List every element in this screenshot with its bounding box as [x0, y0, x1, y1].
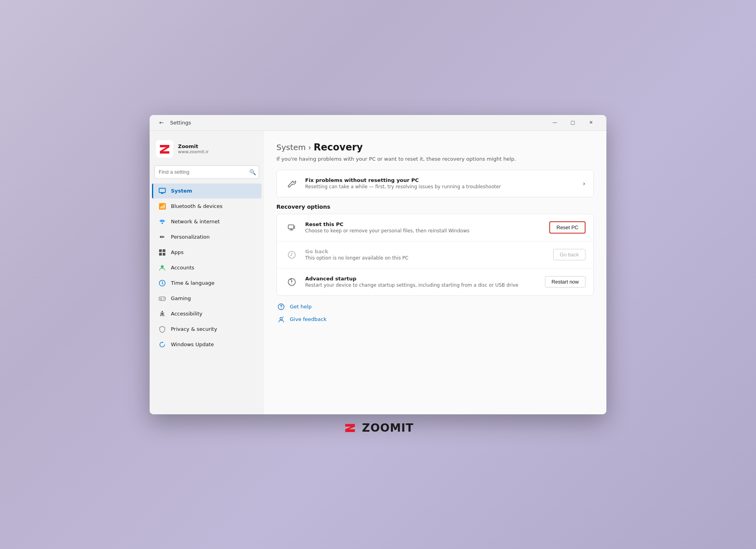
- sidebar-item-personalization[interactable]: ✏️ Personalization: [152, 230, 261, 245]
- breadcrumb: System › Recovery: [276, 142, 594, 153]
- get-help-row[interactable]: Get help: [276, 300, 594, 313]
- svg-rect-2: [159, 188, 165, 193]
- give-feedback-link[interactable]: Give feedback: [290, 316, 326, 322]
- advanced-startup-icon: [285, 275, 299, 289]
- svg-rect-16: [288, 225, 294, 229]
- advanced-startup-row: Advanced startup Restart your device to …: [277, 268, 593, 295]
- svg-rect-6: [159, 249, 162, 252]
- svg-rect-3: [161, 193, 163, 194]
- get-help-icon: [276, 302, 286, 312]
- search-box: 🔍: [154, 165, 259, 179]
- fix-problems-desc: Resetting can take a while — first, try …: [305, 184, 576, 189]
- sidebar-item-network[interactable]: Network & internet: [152, 214, 261, 229]
- svg-point-14: [164, 298, 165, 299]
- recovery-options-label: Recovery options: [276, 204, 594, 210]
- go-back-title: Go back: [305, 249, 547, 254]
- fix-problems-row[interactable]: Fix problems without resetting your PC R…: [277, 170, 593, 197]
- sidebar-item-label-system: System: [171, 188, 192, 194]
- sidebar-item-label-accessibility: Accessibility: [171, 311, 202, 317]
- svg-point-5: [161, 223, 163, 224]
- links-section: Get help Give feedback: [276, 300, 594, 326]
- sidebar-item-update[interactable]: Windows Update: [152, 337, 261, 352]
- svg-point-19: [291, 283, 292, 284]
- go-back-button[interactable]: Go back: [553, 249, 586, 260]
- reset-pc-button[interactable]: Reset PC: [549, 221, 586, 234]
- sidebar-item-accounts[interactable]: Accounts: [152, 260, 261, 275]
- svg-rect-7: [163, 249, 165, 252]
- svg-point-13: [163, 299, 164, 299]
- svg-rect-9: [163, 253, 165, 256]
- sidebar-item-label-gaming: Gaming: [171, 295, 191, 301]
- reset-pc-row: Reset this PC Choose to keep or remove y…: [277, 214, 593, 241]
- main-content: System › Recovery If you're having probl…: [264, 131, 606, 414]
- fix-problems-chevron: ›: [583, 179, 586, 187]
- svg-point-21: [281, 308, 282, 309]
- page-description: If you're having problems with your PC o…: [276, 156, 594, 162]
- svg-point-15: [162, 311, 163, 312]
- reset-pc-title: Reset this PC: [305, 221, 543, 227]
- sidebar-item-time[interactable]: Time & language: [152, 276, 261, 291]
- profile-info: Zoomit www.zoomit.ir: [178, 143, 209, 154]
- sidebar-item-system[interactable]: System: [152, 184, 261, 198]
- maximize-button[interactable]: □: [564, 116, 582, 129]
- svg-rect-4: [160, 193, 164, 193]
- reset-pc-icon: [285, 221, 299, 235]
- sidebar-item-label-personalization: Personalization: [171, 234, 210, 240]
- apps-icon: [158, 249, 166, 256]
- sidebar-item-privacy[interactable]: Privacy & security: [152, 322, 261, 337]
- advanced-startup-text: Advanced startup Restart your device to …: [305, 276, 539, 288]
- fix-problems-title: Fix problems without resetting your PC: [305, 177, 576, 183]
- svg-marker-23: [345, 424, 355, 432]
- sidebar-item-label-accounts: Accounts: [171, 265, 194, 271]
- sidebar-item-label-time: Time & language: [171, 280, 215, 286]
- sidebar-item-gaming[interactable]: Gaming: [152, 291, 261, 306]
- profile-name: Zoomit: [178, 143, 209, 149]
- sidebar-item-apps[interactable]: Apps: [152, 245, 261, 260]
- breadcrumb-parent: System: [276, 143, 306, 152]
- personalization-icon: ✏️: [158, 233, 166, 241]
- advanced-startup-title: Advanced startup: [305, 276, 539, 282]
- svg-rect-8: [159, 253, 162, 256]
- give-feedback-row[interactable]: Give feedback: [276, 313, 594, 326]
- back-button[interactable]: ←: [156, 117, 167, 128]
- sidebar: Zoomit www.zoomit.ir 🔍 System 📶: [150, 131, 264, 414]
- breadcrumb-separator: ›: [308, 143, 311, 152]
- sidebar-item-accessibility[interactable]: Accessibility: [152, 306, 261, 321]
- privacy-icon: [158, 325, 166, 333]
- sidebar-nav: System 📶 Bluetooth & devices Network & i…: [150, 184, 264, 352]
- svg-point-22: [280, 317, 282, 320]
- go-back-text: Go back This option is no longer availab…: [305, 249, 547, 261]
- sidebar-item-label-update: Windows Update: [171, 341, 214, 347]
- get-help-link[interactable]: Get help: [290, 304, 311, 310]
- recovery-options-card: Reset this PC Choose to keep or remove y…: [276, 214, 594, 296]
- fix-problems-card: Fix problems without resetting your PC R…: [276, 170, 594, 197]
- go-back-desc: This option is no longer available on th…: [305, 255, 547, 261]
- svg-point-10: [161, 265, 164, 268]
- network-icon: [158, 218, 166, 226]
- bottom-brand: ZOOMIT: [342, 421, 413, 434]
- time-icon: [158, 279, 166, 287]
- gaming-icon: [158, 295, 166, 302]
- sidebar-item-label-apps: Apps: [171, 249, 183, 255]
- close-button[interactable]: ✕: [582, 116, 600, 129]
- brand-text: ZOOMIT: [362, 421, 413, 434]
- reset-pc-text: Reset this PC Choose to keep or remove y…: [305, 221, 543, 234]
- fix-problems-icon: [285, 176, 299, 191]
- svg-rect-12: [159, 297, 165, 300]
- search-input[interactable]: [154, 165, 259, 179]
- profile-url: www.zoomit.ir: [178, 149, 209, 154]
- go-back-row: Go back This option is no longer availab…: [277, 241, 593, 268]
- reset-pc-action: Reset PC: [549, 221, 586, 234]
- accounts-icon: [158, 264, 166, 272]
- system-icon: [158, 187, 166, 195]
- advanced-startup-desc: Restart your device to change startup se…: [305, 282, 539, 288]
- restart-now-button[interactable]: Restart now: [545, 276, 586, 287]
- minimize-button[interactable]: —: [546, 116, 564, 129]
- sidebar-item-bluetooth[interactable]: 📶 Bluetooth & devices: [152, 199, 261, 214]
- profile-section: Zoomit www.zoomit.ir: [150, 135, 264, 164]
- brand-logo-icon: [342, 422, 358, 434]
- titlebar: ← Settings — □ ✕: [150, 115, 606, 131]
- zoomit-logo-icon: [156, 140, 173, 158]
- bluetooth-icon: 📶: [158, 202, 166, 210]
- go-back-icon: [285, 248, 299, 262]
